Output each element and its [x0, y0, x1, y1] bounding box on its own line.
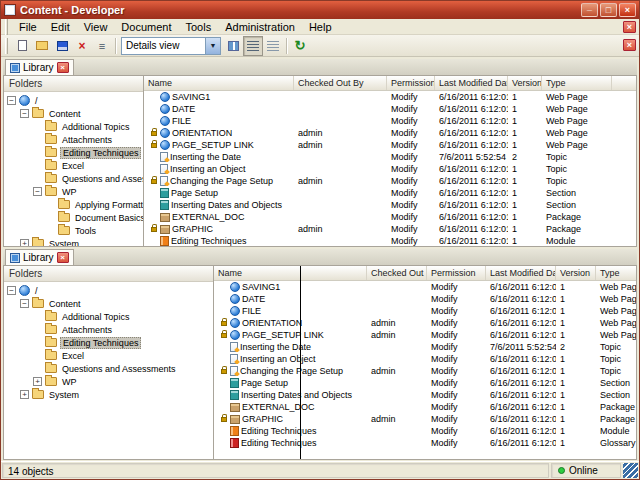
menu-document[interactable]: Document — [114, 20, 178, 34]
table-row[interactable]: EXTERNAL_DOCModify6/16/2011 6:12:01 PM1P… — [214, 401, 636, 413]
table-row[interactable]: Inserting an ObjectModify6/16/2011 6:12:… — [214, 353, 636, 365]
table-row[interactable]: EXTERNAL_DOCModify6/16/2011 6:12:01 PM1P… — [144, 211, 636, 223]
tree-item-wp[interactable]: +WP — [4, 375, 213, 388]
column-resize-guide[interactable] — [300, 266, 301, 459]
menu-help[interactable]: Help — [302, 20, 339, 34]
menu-administration[interactable]: Administration — [218, 20, 302, 34]
tree-item-document-basics[interactable]: Document Basics — [4, 211, 143, 224]
column-header-checked-out-by[interactable]: Checked Out By — [367, 266, 427, 280]
column-header-checked-out-by[interactable]: Checked Out By — [294, 76, 387, 90]
table-row[interactable]: ORIENTATIONadminModify6/16/2011 6:12:01 … — [144, 127, 636, 139]
tree-item-applying-formatting[interactable]: Applying Formatting — [4, 198, 143, 211]
menu-edit[interactable]: Edit — [44, 20, 77, 34]
list-view-button[interactable] — [263, 36, 283, 56]
tree-item-excel[interactable]: Excel — [4, 159, 143, 172]
table-row[interactable]: Changing the Page SetupadminModify6/16/2… — [214, 365, 636, 377]
tree-item-additional-topics[interactable]: Additional Topics — [4, 120, 143, 133]
tab-close-icon[interactable] — [57, 252, 69, 263]
expand-icon[interactable]: + — [33, 377, 42, 386]
table-row[interactable]: Inserting the DateModify7/6/2011 5:52:54… — [214, 341, 636, 353]
menubar-grip[interactable] — [5, 19, 8, 35]
collapse-icon[interactable]: − — [33, 187, 42, 196]
table-row[interactable]: GRAPHICadminModify6/16/2011 6:12:01 PM1P… — [144, 223, 636, 235]
table-row[interactable]: GRAPHICadminModify6/16/2011 6:12:01 PM1P… — [214, 413, 636, 425]
column-header-name[interactable]: Name — [144, 76, 294, 90]
tree-item--[interactable]: −/ — [4, 94, 143, 107]
table-row[interactable]: Inserting the DateModify7/6/2011 5:52:54… — [144, 151, 636, 163]
maximize-button[interactable] — [600, 3, 617, 17]
table-row[interactable]: Editing TechniquesModify6/16/2011 6:12:0… — [214, 437, 636, 449]
tree-item-attachments[interactable]: Attachments — [4, 323, 213, 336]
collapse-icon[interactable]: − — [20, 299, 29, 308]
expand-icon[interactable]: + — [20, 390, 29, 399]
table-row[interactable]: FILEModify6/16/2011 6:12:01 PM1Web Page — [214, 305, 636, 317]
tree-item-content[interactable]: −Content — [4, 297, 213, 310]
root-icon — [19, 285, 30, 296]
chevron-down-icon[interactable]: ▼ — [205, 38, 220, 54]
refresh-button[interactable]: ↻ — [290, 36, 310, 56]
menu-tools[interactable]: Tools — [179, 20, 219, 34]
table-row[interactable]: PAGE_SETUP LINKadminModify6/16/2011 6:12… — [144, 139, 636, 151]
details-view-button[interactable] — [243, 36, 263, 56]
table-row[interactable]: PAGE_SETUP LINKadminModify6/16/2011 6:12… — [214, 329, 636, 341]
tab-library[interactable]: Library — [5, 59, 74, 75]
menu-file[interactable]: File — [12, 20, 44, 34]
table-row[interactable]: DATEModify6/16/2011 6:12:01 PM1Web Page — [144, 103, 636, 115]
tab-library[interactable]: Library — [5, 249, 74, 265]
table-row[interactable]: Page SetupModify6/16/2011 6:12:01 PM1Sec… — [214, 377, 636, 389]
tree-item-additional-topics[interactable]: Additional Topics — [4, 310, 213, 323]
close-button[interactable] — [619, 3, 636, 17]
large-icons-view-button[interactable] — [223, 36, 243, 56]
menu-view[interactable]: View — [77, 20, 115, 34]
properties-button[interactable]: ≡ — [92, 36, 112, 56]
tree-item-editing-techniques[interactable]: Editing Techniques — [4, 336, 213, 349]
collapse-icon[interactable]: − — [7, 286, 16, 295]
table-row[interactable]: DATEModify6/16/2011 6:12:01 PM1Web Page — [214, 293, 636, 305]
table-row[interactable]: Inserting Dates and ObjectsModify6/16/20… — [214, 389, 636, 401]
table-row[interactable]: FILEModify6/16/2011 6:12:01 PM1Web Page — [144, 115, 636, 127]
table-row[interactable]: Inserting Dates and ObjectsModify6/16/20… — [144, 199, 636, 211]
minimize-button[interactable] — [581, 3, 598, 17]
tree-item-editing-techniques[interactable]: Editing Techniques — [4, 146, 143, 159]
delete-button[interactable]: × — [72, 36, 92, 56]
column-header-last-modified-date[interactable]: Last Modified Date — [435, 76, 508, 90]
expand-icon[interactable]: + — [20, 239, 29, 246]
column-header-version[interactable]: Version — [508, 76, 542, 90]
tree-item--[interactable]: −/ — [4, 284, 213, 297]
tree-item-content[interactable]: −Content — [4, 107, 143, 120]
menubar-close-icon[interactable] — [623, 21, 636, 33]
table-row[interactable]: SAVING1Modify6/16/2011 6:12:01 PM1Web Pa… — [144, 91, 636, 103]
view-selector[interactable]: Details view ▼ — [121, 37, 221, 55]
table-row[interactable]: ORIENTATIONadminModify6/16/2011 6:12:01 … — [214, 317, 636, 329]
open-folder-button[interactable] — [32, 36, 52, 56]
tree-item-system[interactable]: +System — [4, 237, 143, 246]
table-row[interactable]: Changing the Page SetupadminModify6/16/2… — [144, 175, 636, 187]
tree-item-tools[interactable]: Tools — [4, 224, 143, 237]
tree-item-questions-and-assessments[interactable]: Questions and Assessments — [4, 362, 213, 375]
new-document-button[interactable] — [12, 36, 32, 56]
tree-item-excel[interactable]: Excel — [4, 349, 213, 362]
table-row[interactable]: Inserting an ObjectModify6/16/2011 6:12:… — [144, 163, 636, 175]
column-header-version[interactable]: Version — [556, 266, 596, 280]
tree-item-system[interactable]: +System — [4, 388, 213, 401]
resize-grip[interactable] — [623, 463, 638, 478]
column-header-name[interactable]: Name — [214, 266, 367, 280]
tree-item-questions-and-assessments[interactable]: Questions and Assessments — [4, 172, 143, 185]
tree-item-attachments[interactable]: Attachments — [4, 133, 143, 146]
table-row[interactable]: Editing TechniquesModify6/16/2011 6:12:0… — [214, 425, 636, 437]
table-row[interactable]: Editing TechniquesModify6/16/2011 6:12:0… — [144, 235, 636, 246]
tab-close-icon[interactable] — [57, 62, 69, 73]
collapse-icon[interactable]: − — [7, 96, 16, 105]
collapse-icon[interactable]: − — [20, 109, 29, 118]
column-header-permission[interactable]: Permission — [427, 266, 486, 280]
column-header-type[interactable]: Type — [596, 266, 636, 280]
toolbar-close-icon[interactable] — [623, 39, 636, 51]
tree-item-wp[interactable]: −WP — [4, 185, 143, 198]
table-row[interactable]: SAVING1Modify6/16/2011 6:12:01 PM1Web Pa… — [214, 281, 636, 293]
table-row[interactable]: Page SetupModify6/16/2011 6:12:01 PM1Sec… — [144, 187, 636, 199]
column-header-type[interactable]: Type — [542, 76, 612, 90]
column-header-last-modified-date[interactable]: Last Modified Date — [486, 266, 556, 280]
toolbar-grip[interactable] — [5, 38, 8, 54]
save-button[interactable] — [52, 36, 72, 56]
column-header-permission[interactable]: Permission — [387, 76, 435, 90]
